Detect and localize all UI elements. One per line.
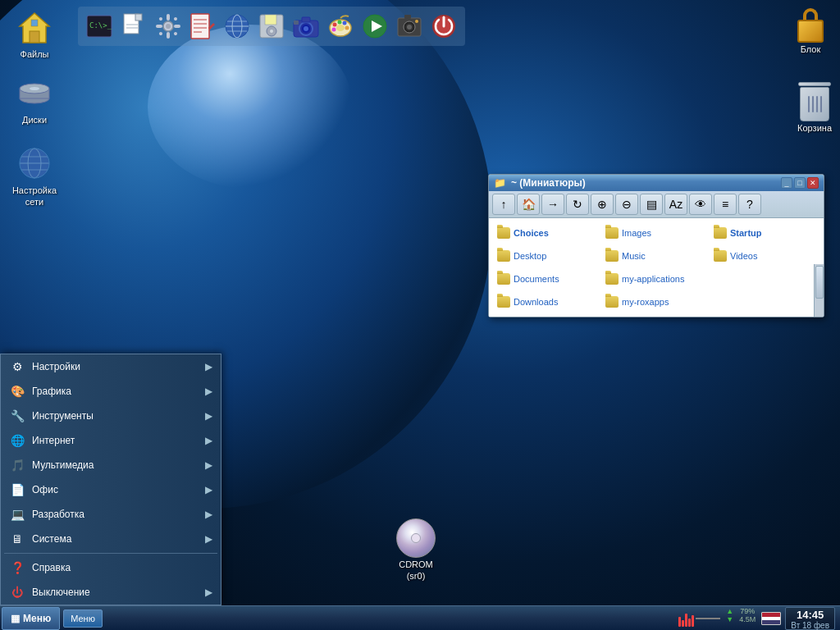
arrow-icon: ▶: [205, 386, 212, 397]
fm-refresh-btn[interactable]: ↻: [566, 194, 589, 215]
menu-item-multimedia[interactable]: 🎵 Мультимедиа ▶: [1, 453, 221, 477]
volume-tray[interactable]: 79% 4.5M: [737, 607, 757, 630]
svg-rect-23: [167, 32, 170, 39]
folder-icon: [497, 296, 510, 308]
menu-item-graphics[interactable]: 🎨 Графика ▶: [1, 379, 221, 404]
audio-bars: [678, 610, 694, 627]
file-manager-titlebar[interactable]: 📁 ~ (Миниатюры) _ □ ✕: [489, 175, 824, 191]
clock[interactable]: 14:45 Вт 18 фев: [785, 607, 835, 630]
taskbar: ▦ Меню Меню ▲ ▼: [0, 605, 840, 630]
folder-choices[interactable]: Choices: [494, 223, 596, 243]
menu-item-settings[interactable]: ⚙ Настройки ▶: [1, 354, 221, 379]
fm-eye-btn[interactable]: 👁: [689, 194, 712, 215]
menu-item-dev[interactable]: 💻 Разработка ▶: [1, 502, 221, 527]
power-icon: ⏻: [9, 584, 25, 600]
audio-bar: [688, 619, 691, 627]
office-icon: 📄: [9, 482, 25, 498]
network-icon: [15, 144, 54, 183]
fm-forward-btn[interactable]: →: [541, 194, 564, 215]
net-speed: 4.5M: [739, 615, 756, 623]
audio-viz-tray[interactable]: [677, 607, 722, 630]
svg-point-21: [166, 24, 171, 29]
fm-up-btn[interactable]: ↑: [492, 194, 515, 215]
toolbar-media-btn[interactable]: [358, 10, 391, 43]
toolbar-file-btn[interactable]: [117, 10, 150, 43]
folder-icon: [497, 250, 510, 262]
start-menu-button[interactable]: ▦ Меню: [2, 607, 60, 630]
toolbar-paint-btn[interactable]: [324, 10, 357, 43]
svg-point-6: [30, 87, 39, 90]
menu-item-label: Справка: [32, 562, 71, 573]
fm-scrollbar[interactable]: [814, 264, 824, 317]
menu-item-shutdown[interactable]: ⏻ Выключение ▶: [1, 580, 221, 605]
toolbar-camera-btn[interactable]: [290, 10, 322, 43]
toolbar-power-btn[interactable]: [427, 10, 460, 43]
trash-desktop-icon[interactable]: Корзина: [797, 82, 832, 133]
folder-desktop[interactable]: Desktop: [494, 246, 596, 266]
cdrom-disk-icon: [396, 518, 436, 558]
top-toolbar: C:\>_: [78, 7, 465, 46]
trash-line: [816, 96, 818, 112]
audio-line: [696, 618, 720, 619]
menu-item-office[interactable]: 📄 Офис ▶: [1, 477, 221, 502]
files-icon: [15, 8, 54, 48]
menu-item-tools[interactable]: 🔧 Инструменты ▶: [1, 404, 221, 428]
toolbar-settings-btn[interactable]: [152, 10, 185, 43]
fm-zoomin-btn[interactable]: ⊕: [591, 194, 614, 215]
fm-scrollbar-thumb[interactable]: [815, 266, 824, 299]
menu-separator: [4, 553, 217, 554]
folder-myroxapps[interactable]: my-roxapps: [602, 292, 704, 312]
trash-label: Корзина: [797, 123, 832, 133]
menu-item-label: Выключение: [32, 587, 90, 598]
desktop-icon-network[interactable]: Настройкасети: [8, 144, 61, 208]
cdrom-desktop-icon[interactable]: CDROM (sr0): [396, 518, 436, 581]
clock-time: 14:45: [797, 609, 824, 621]
lock-desktop-icon[interactable]: Блок: [797, 8, 824, 54]
fm-sort-btn[interactable]: Az: [664, 194, 687, 215]
start-icon: ▦: [11, 613, 20, 624]
folder-name-images: Images: [622, 228, 651, 238]
folder-images[interactable]: Images: [602, 223, 704, 243]
toolbar-texteditor-btn[interactable]: [186, 10, 219, 43]
close-btn[interactable]: ✕: [807, 177, 819, 189]
svg-rect-28: [158, 31, 163, 36]
menu-item-help[interactable]: ❓ Справка: [1, 555, 221, 580]
fm-home-btn[interactable]: 🏠: [517, 194, 540, 215]
menu-item-internet[interactable]: 🌐 Интернет ▶: [1, 428, 221, 453]
file-manager-toolbar: ↑ 🏠 → ↻ ⊕ ⊖ ▤ Az 👁 ≡ ?: [489, 191, 824, 218]
dev-icon: 💻: [9, 506, 25, 523]
trash-lid: [798, 82, 831, 86]
desktop-icon-files[interactable]: Файлы: [8, 8, 61, 59]
toolbar-disk-btn[interactable]: [255, 10, 288, 43]
locale-tray[interactable]: [760, 607, 783, 630]
folder-music[interactable]: Music: [602, 246, 704, 266]
fm-view-btn[interactable]: ▤: [640, 194, 663, 215]
folder-videos[interactable]: Videos: [710, 246, 812, 266]
svg-rect-48: [302, 17, 310, 22]
maximize-btn[interactable]: □: [794, 177, 806, 189]
folder-downloads[interactable]: Downloads: [494, 292, 596, 312]
disks-label: Диски: [22, 115, 47, 125]
menu-item-label: Разработка: [32, 509, 84, 520]
fm-zoomout-btn[interactable]: ⊖: [615, 194, 638, 215]
svg-rect-63: [404, 15, 411, 19]
lock-label: Блок: [801, 44, 821, 54]
cdrom-sublabel: (sr0): [407, 571, 426, 581]
toolbar-browser-btn[interactable]: [221, 10, 253, 43]
svg-rect-29: [173, 31, 178, 36]
minimize-btn[interactable]: _: [781, 177, 792, 189]
taskbar-app-menu[interactable]: Меню: [63, 609, 103, 628]
desktop-icon-disks[interactable]: Диски: [8, 74, 61, 125]
fm-help-btn[interactable]: ?: [738, 194, 761, 215]
toolbar-terminal-btn[interactable]: C:\>_: [83, 10, 116, 43]
menu-item-system[interactable]: 🖥 Система ▶: [1, 527, 221, 551]
folder-startup[interactable]: Startup: [710, 223, 812, 243]
network-tray[interactable]: ▲ ▼: [724, 607, 735, 630]
multimedia-icon: 🎵: [9, 457, 25, 473]
fm-list-btn[interactable]: ≡: [714, 194, 737, 215]
folder-icon: [497, 227, 510, 239]
toolbar-screenshot-btn[interactable]: [393, 10, 426, 43]
folder-myapps[interactable]: my-applications: [602, 269, 704, 289]
folder-documents[interactable]: Documents: [494, 269, 596, 289]
svg-rect-17: [135, 14, 142, 21]
